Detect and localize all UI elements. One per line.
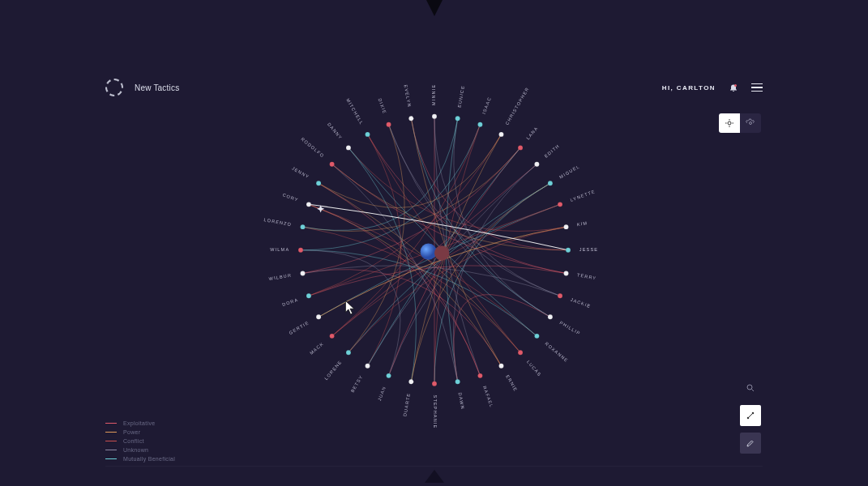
node-edith[interactable] — [534, 162, 539, 167]
connection-tool-button[interactable] — [740, 405, 761, 426]
node-juan[interactable] — [386, 373, 391, 378]
node-duarte[interactable] — [408, 379, 413, 384]
search-button[interactable] — [740, 377, 761, 399]
edge[interactable] — [434, 117, 560, 296]
node-lucas[interactable] — [518, 350, 523, 355]
node-miguel[interactable] — [547, 181, 552, 185]
node-terry[interactable] — [563, 271, 568, 276]
legend-swatch-icon — [105, 458, 117, 460]
svg-point-7 — [747, 385, 752, 390]
node-cory[interactable] — [306, 202, 311, 207]
node-rodolfo[interactable] — [329, 162, 334, 167]
node-label-lucas: LUCAS — [526, 359, 542, 377]
legend-item: Power — [105, 429, 175, 435]
node-mitchell[interactable] — [365, 132, 370, 137]
node-label-phillip: PHILLIP — [558, 320, 581, 336]
node-label-mack: MACK — [308, 341, 324, 356]
node-label-dawn: DAWN — [457, 392, 465, 410]
node-wilma[interactable] — [298, 248, 303, 253]
edge[interactable] — [367, 134, 400, 366]
node-jesse[interactable] — [566, 248, 571, 253]
legend-label: Conflict — [123, 438, 144, 444]
bottom-notch — [425, 470, 444, 483]
user-greeting: HI, CARLTON — [662, 84, 716, 92]
node-label-terry: TERRY — [576, 272, 596, 280]
node-kim[interactable] — [563, 224, 568, 229]
node-lynette[interactable] — [558, 202, 562, 207]
legend: ExploitativePowerConflictUnknownMutually… — [105, 420, 175, 462]
node-ernie[interactable] — [498, 364, 503, 369]
svg-point-6 — [750, 122, 752, 125]
brand-title: New Tactics — [135, 83, 179, 92]
node-gertie[interactable] — [316, 314, 321, 319]
edge[interactable] — [301, 125, 480, 250]
node-label-jesse: JESSE — [579, 247, 597, 252]
edge[interactable] — [301, 250, 400, 376]
svg-point-1 — [728, 122, 731, 125]
node-label-dixie: DIXIE — [377, 98, 387, 115]
footer-hairline — [105, 466, 763, 467]
view-mode-light-button[interactable] — [719, 113, 740, 133]
node-label-wilbur: WILBUR — [268, 272, 292, 281]
svg-line-11 — [749, 414, 753, 418]
edit-tool-button[interactable] — [740, 433, 761, 454]
edge[interactable] — [411, 118, 550, 317]
legend-swatch-icon — [105, 432, 117, 433]
node-label-rodolfo: RODOLFO — [300, 136, 325, 158]
svg-point-0 — [734, 84, 737, 87]
legend-item: Mutually Beneficial — [105, 456, 175, 462]
edge[interactable] — [308, 266, 566, 296]
network-chart[interactable]: MINNIEEUNICEISAACCHRISTOPHERLANAEDITHMIG… — [256, 72, 613, 428]
node-label-mitchell: MITCHELL — [345, 97, 365, 126]
node-jackie[interactable] — [558, 293, 562, 298]
node-lorene[interactable] — [346, 350, 351, 355]
node-betsy[interactable] — [365, 364, 370, 369]
node-label-rafael: RAFAEL — [481, 386, 494, 409]
legend-label: Power — [123, 429, 140, 435]
node-label-juan: JUAN — [376, 386, 386, 402]
node-label-edith: EDITH — [543, 143, 560, 159]
node-minnie[interactable] — [432, 114, 437, 119]
node-danny[interactable] — [346, 145, 351, 150]
legend-item: Conflict — [105, 438, 175, 444]
brand[interactable]: New Tactics — [105, 79, 179, 96]
node-eunice[interactable] — [455, 116, 460, 121]
center-globe-a-icon — [420, 244, 436, 260]
node-evelyn[interactable] — [408, 116, 413, 121]
node-lorenzo[interactable] — [300, 224, 305, 229]
node-label-danny: DANNY — [327, 122, 344, 140]
legend-swatch-icon — [105, 450, 117, 451]
edge[interactable] — [302, 266, 560, 296]
notification-icon[interactable] — [729, 83, 738, 92]
edge[interactable] — [302, 147, 520, 273]
node-label-duarte: DUARTE — [402, 392, 411, 416]
edge[interactable] — [302, 227, 520, 352]
node-christopher[interactable] — [498, 132, 503, 137]
node-label-evelyn: EVELYN — [403, 84, 412, 108]
svg-line-8 — [752, 390, 755, 392]
node-jenny[interactable] — [316, 181, 321, 185]
node-dora[interactable] — [306, 293, 311, 298]
node-roxanne[interactable] — [534, 334, 539, 339]
node-label-gertie: GERTIE — [288, 320, 310, 335]
node-lana[interactable] — [518, 145, 523, 150]
node-label-lana: LANA — [525, 126, 539, 141]
menu-icon[interactable] — [751, 83, 763, 92]
node-dawn[interactable] — [455, 379, 460, 384]
node-label-eunice: EUNICE — [456, 85, 465, 109]
node-label-stephanie: STEPHANIE — [432, 395, 437, 429]
node-stephanie[interactable] — [432, 382, 437, 386]
node-label-jenny: JENNY — [291, 165, 310, 179]
view-mode-settings-button[interactable] — [740, 113, 761, 133]
legend-label: Mutually Beneficial — [123, 456, 175, 462]
top-notch — [426, 0, 443, 16]
node-isaac[interactable] — [477, 122, 482, 127]
node-dixie[interactable] — [386, 122, 391, 127]
node-wilbur[interactable] — [300, 271, 305, 276]
node-phillip[interactable] — [547, 314, 552, 319]
node-mack[interactable] — [329, 334, 334, 339]
node-rafael[interactable] — [477, 373, 482, 378]
node-label-miguel: MIGUEL — [558, 164, 580, 179]
node-label-lynette: LYNETTE — [569, 189, 596, 202]
node-label-lorene: LORENE — [323, 359, 343, 381]
